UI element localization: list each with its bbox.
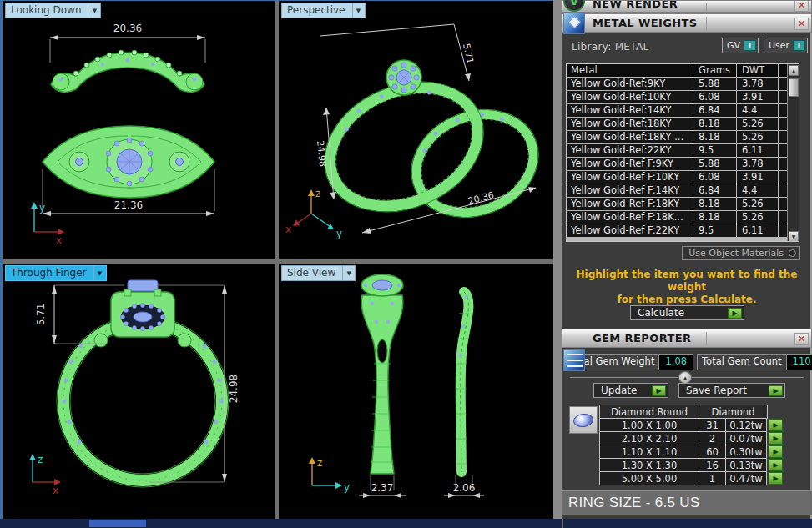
axis-x-label: x — [56, 234, 62, 246]
use-object-materials-button[interactable]: Use Object Materials — [682, 246, 800, 260]
radio-icon[interactable] — [789, 249, 796, 257]
viewport-label: Looking Down — [6, 3, 88, 18]
metal-table-row[interactable]: Yellow Gold-Ref F:22KY 9.5 6.11 — [567, 224, 799, 237]
matrix-cad-window: Looking Down ▼ 20.36 — [0, 0, 812, 528]
report-icon — [563, 349, 585, 371]
metal-table-row[interactable]: Yellow Gold-Ref F:9KY 5.88 3.78 — [567, 158, 799, 170]
metal-table-row[interactable]: Yellow Gold-Ref F:18KY 8.18 5.26 — [567, 198, 799, 210]
run-icon[interactable]: ▶ — [769, 472, 783, 485]
axis-y-label: y — [344, 481, 350, 493]
close-icon[interactable]: ✕ — [794, 333, 809, 345]
metal-table-row[interactable]: Yellow Gold-Ref F:14KY 6.84 4.4 — [567, 184, 799, 197]
chevron-down-icon[interactable]: ▼ — [88, 3, 100, 18]
collapse-icon[interactable]: ▲ — [678, 371, 692, 384]
run-icon[interactable]: ▶ — [769, 459, 783, 471]
update-button[interactable]: Update ▶ — [593, 383, 668, 398]
metal-table-row[interactable]: Yellow Gold-Ref F:18K... 8.18 5.26 — [567, 211, 799, 224]
viewport-side-view[interactable]: Side View ▼ — [279, 264, 556, 520]
gem-count-cell: 2 — [699, 431, 726, 445]
viewport-label: Side View — [282, 266, 342, 280]
user-toggle[interactable]: User I — [764, 38, 808, 53]
metal-table-row[interactable]: Yellow Gold-Ref:22KY 9.5 6.11 — [567, 144, 799, 157]
close-icon[interactable]: ✕ — [794, 18, 809, 30]
run-icon[interactable]: ▶ — [769, 445, 783, 458]
viewport-selector-perspective[interactable]: Perspective ▼ — [281, 3, 366, 18]
scroll-up-icon[interactable]: ▲ — [789, 65, 799, 76]
right-panel: NEW RENDER ✕ V METAL WEIGHTS ✕ Library: … — [562, 0, 812, 519]
gem-reporter-header[interactable]: GEM REPORTER ✕ — [562, 329, 812, 348]
gem-table-row[interactable]: 1.10 X 1.10 60 0.30tw ▶ — [599, 445, 804, 459]
gem-icon — [569, 406, 598, 434]
table-scrollbar[interactable]: ▲ ▼ — [787, 64, 799, 242]
metal-table-row[interactable]: Yellow Gold-Ref:9KY 5.88 3.78 — [567, 78, 799, 90]
col-header-metal[interactable]: Metal — [567, 64, 693, 77]
dwt-cell: 3.91 — [737, 171, 778, 184]
gem-group-header: Diamond — [699, 405, 768, 419]
run-icon[interactable]: ▶ — [769, 419, 783, 431]
viewport-looking-down[interactable]: Looking Down ▼ 20.36 — [3, 1, 275, 259]
save-report-button[interactable]: Save Report ▶ — [678, 383, 785, 398]
viewport-label: Perspective — [282, 3, 352, 18]
dwt-cell: 4.4 — [737, 184, 778, 197]
close-icon[interactable]: ✕ — [794, 0, 809, 12]
viewport-through-finger[interactable]: Through Finger ▼ — [3, 264, 275, 520]
gv-toggle-state[interactable]: I — [744, 40, 756, 51]
col-header-dwt[interactable]: DWT — [737, 64, 778, 77]
metal-table-row[interactable]: Yellow Gold-Ref:18KY ... 8.18 5.26 — [567, 131, 799, 143]
metal-name-cell: Yellow Gold-Ref:10KY — [567, 91, 693, 103]
viewport-perspective[interactable]: Perspective ▼ — [279, 1, 556, 259]
chevron-down-icon[interactable]: ▼ — [93, 266, 106, 280]
ring-size-bar: RING SIZE - 6.5 US — [562, 490, 812, 515]
chevron-down-icon[interactable]: ▼ — [352, 3, 365, 18]
scroll-down-icon[interactable]: ▼ — [789, 231, 799, 242]
metal-table-row[interactable]: Yellow Gold-Ref:10KY 6.08 3.91 — [567, 91, 799, 103]
metal-table-row[interactable]: Yellow Gold-Ref:18KY 8.18 5.26 — [567, 118, 799, 130]
dwt-cell: 3.78 — [737, 78, 778, 90]
axis-z-label: z — [315, 188, 320, 199]
run-icon[interactable]: ▶ — [728, 308, 742, 319]
run-icon[interactable]: ▶ — [769, 385, 783, 396]
gem-table-row[interactable]: 2.10 X 2.10 2 0.07tw ▶ — [599, 431, 804, 445]
gem-size-cell: 1.00 X 1.00 — [599, 418, 699, 432]
metal-weights-header[interactable]: METAL WEIGHTS ✕ — [562, 13, 812, 33]
library-label: Library: METAL — [572, 41, 648, 53]
gem-table-row[interactable]: 1.00 X 1.00 31 0.12tw ▶ — [599, 418, 804, 432]
metal-table-row[interactable]: Yellow Gold-Ref F:10KY 6.08 3.91 — [567, 171, 799, 184]
ring-perspective-drawing: 5.71 24.98 20.36 z x y — [279, 1, 556, 259]
render-panel-header[interactable]: NEW RENDER ✕ — [562, 0, 812, 13]
chevron-down-icon[interactable]: ▼ — [342, 266, 355, 280]
viewport-selector-looking-down[interactable]: Looking Down ▼ — [5, 3, 101, 18]
gem-table-row[interactable]: 5.00 X 5.00 1 0.47tw ▶ — [599, 471, 804, 485]
grams-cell: 6.08 — [693, 91, 736, 103]
gem-table-header: Diamond Round Diamond — [599, 405, 804, 419]
col-header-grams[interactable]: Grams — [693, 64, 736, 77]
dim-label: 24.98 — [315, 140, 328, 168]
update-label: Update — [594, 385, 650, 396]
gem-weight-cell: 0.12tw — [725, 418, 767, 432]
viewport-divider-horizontal[interactable] — [3, 259, 556, 264]
run-icon[interactable]: ▶ — [652, 385, 666, 396]
gem-table: Diamond Round Diamond 1.00 X 1.00 31 0.1… — [599, 405, 804, 485]
viewport-selector-through-finger[interactable]: Through Finger ▼ — [5, 265, 107, 281]
calculate-button[interactable]: Calculate ▶ — [630, 305, 744, 320]
dwt-cell: 5.26 — [737, 211, 778, 224]
gem-reporter-title: GEM REPORTER — [593, 332, 691, 344]
gv-toggle[interactable]: GV I — [722, 38, 759, 53]
header-divider — [706, 3, 707, 13]
metal-name-cell: Yellow Gold-Ref F:10KY — [567, 171, 693, 184]
gem-table-row[interactable]: 1.30 X 1.30 16 0.13tw ▶ — [599, 458, 804, 472]
viewport-selector-side-view[interactable]: Side View ▼ — [281, 265, 356, 281]
ring-top-view-drawing: 20.36 — [3, 1, 275, 259]
metal-name-cell: Yellow Gold-Ref F:18KY — [567, 198, 693, 210]
grams-cell: 8.18 — [693, 118, 736, 130]
metal-table-header: Metal Grams DWT — [567, 64, 799, 77]
ring-front-view-drawing: 5.71 24.98 z x — [3, 264, 275, 520]
scrollbar-thumb[interactable] — [789, 78, 799, 97]
run-icon[interactable]: ▶ — [769, 432, 783, 445]
instruction-text: Highlight the item you want to find the … — [562, 269, 812, 306]
metal-table-row[interactable]: Yellow Gold-Ref:14KY 6.84 4.4 — [567, 104, 799, 117]
user-toggle-state[interactable]: I — [793, 40, 805, 51]
dim-label: 2.37 — [371, 482, 394, 494]
panel-splitter[interactable] — [553, 0, 562, 519]
total-gem-count-label: Total Gem Count — [697, 354, 787, 370]
